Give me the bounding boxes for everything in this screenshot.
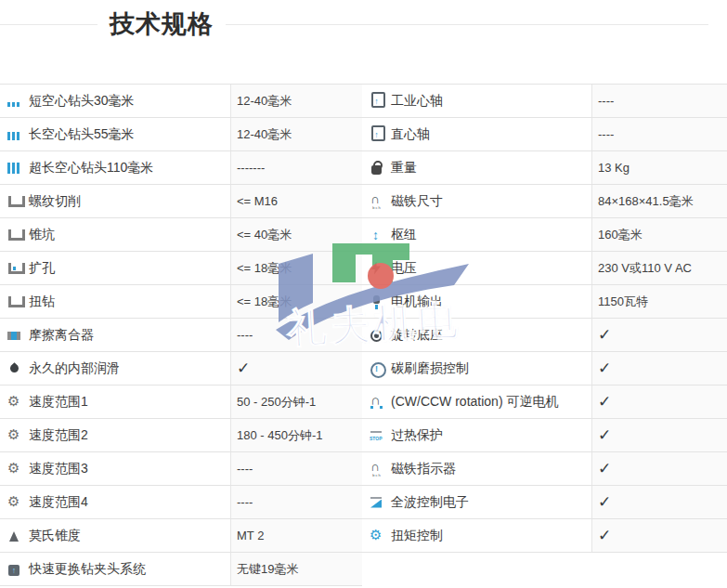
spec-row: 扭钻<= 18毫米: [0, 285, 362, 319]
spec-tables: 短空心钻头30毫米12-40毫米长空心钻头55毫米12-40毫米超长空心钻头11…: [0, 84, 727, 586]
spec-row: (CW/CCW rotation) 可逆电机✓: [362, 385, 727, 419]
spec-value: ----: [598, 94, 614, 108]
spec-row: 摩擦离合器----: [0, 319, 362, 352]
magnet-icon: [370, 194, 383, 209]
spec-row: 碳刷磨损控制✓: [362, 352, 727, 385]
spec-label: 摩擦离合器: [29, 327, 94, 344]
chuck-system-icon: [7, 562, 21, 577]
motor-output-icon: [370, 294, 383, 309]
spec-value: 180 - 450分钟-1: [237, 427, 323, 444]
spec-value: <= 18毫米: [237, 294, 292, 310]
straight-arbor-icon: [370, 127, 383, 142]
spec-value-cell: ✓: [591, 452, 727, 485]
spec-value-checkmark: ✓: [598, 459, 611, 478]
spec-label: 工业心轴: [391, 93, 443, 110]
spec-value-checkmark: ✓: [237, 359, 250, 378]
spec-label-cell: 电压: [362, 252, 591, 284]
spec-value-cell: ----: [230, 452, 362, 485]
spec-row: 电机输出1150瓦特: [362, 285, 727, 319]
spec-label-cell: 全波控制电子: [362, 486, 591, 518]
spec-label: 速度范围3: [29, 461, 88, 477]
spec-label: 电机输出: [391, 294, 443, 310]
spec-label: 扭钻: [29, 294, 55, 310]
spec-label-cell: 速度范围1: [0, 385, 230, 418]
spec-label: 长空心钻头55毫米: [29, 126, 135, 143]
spec-row: 重量13 Kg: [362, 151, 727, 185]
spec-value-cell: 160毫米: [591, 218, 727, 251]
header-rule-left: [0, 24, 97, 25]
spec-label: 超长空心钻头110毫米: [29, 160, 153, 176]
weight-icon: [370, 161, 383, 176]
spec-label: 快速更换钻夹头系统: [29, 561, 146, 578]
spec-label-cell: 直心轴: [362, 118, 591, 150]
magnet-indicator-icon: [370, 462, 383, 477]
brush-wear-icon: [370, 361, 383, 376]
spec-row: 速度范围2180 - 450分钟-1: [0, 419, 362, 452]
spec-value: 无键19毫米: [237, 561, 298, 578]
spec-value-cell: ----: [230, 486, 362, 518]
spec-label-cell: 过热保护: [362, 419, 591, 451]
spec-value-cell: 1150瓦特: [591, 285, 727, 318]
spec-label: 速度范围2: [29, 427, 88, 444]
spec-value-cell: ✓: [591, 486, 727, 518]
spec-value-cell: ✓: [591, 519, 727, 552]
spec-label-cell: 旋转底座: [362, 319, 591, 351]
spec-label: 速度范围1: [29, 394, 88, 411]
spec-label: 过热保护: [391, 427, 443, 444]
spec-label: 速度范围4: [29, 494, 88, 511]
spec-value-cell: 84×168×41.5毫米: [591, 185, 727, 217]
spec-label: 锥坑: [29, 227, 55, 243]
spec-value-cell: MT 2: [230, 519, 362, 552]
spec-row: 电压230 V或110 V AC: [362, 252, 727, 285]
right-spec-table: 工业心轴----直心轴----重量13 Kg磁铁尺寸84×168×41.5毫米枢…: [362, 84, 727, 553]
spec-value: <= 40毫米: [237, 227, 292, 243]
spec-label: 全波控制电子: [391, 494, 469, 511]
short-core-bits-icon: [7, 94, 21, 109]
friction-clutch-icon: [7, 328, 21, 343]
spec-page: 技术规格 短空心钻头30毫米12-40毫米长空心钻头55毫米12-40毫米超长空…: [0, 0, 727, 588]
thread-cutting-icon: [7, 194, 21, 209]
overheat-protection-icon: [370, 428, 383, 443]
spec-row: 速度范围4----: [0, 486, 362, 519]
spec-label-cell: 永久的内部润滑: [0, 352, 230, 385]
spec-value-cell: 12-40毫米: [230, 85, 362, 117]
full-wave-icon: [370, 495, 383, 510]
spec-value: 50 - 250分钟-1: [237, 394, 316, 411]
gear-icon: [7, 495, 21, 510]
spec-label: (CW/CCW rotation) 可逆电机: [391, 394, 558, 411]
spec-label-cell: 快速更换钻夹头系统: [0, 553, 230, 585]
spec-label-cell: 速度范围4: [0, 486, 230, 518]
spec-row: 过热保护✓: [362, 419, 727, 452]
spec-value-cell: ----: [591, 85, 727, 117]
spec-label-cell: 短空心钻头30毫米: [0, 85, 230, 117]
spec-row: 全波控制电子✓: [362, 486, 727, 519]
long-core-bits-icon: [7, 127, 21, 142]
spec-value: MT 2: [237, 529, 264, 542]
spec-row: 磁铁尺寸84×168×41.5毫米: [362, 185, 727, 218]
spec-row: 短空心钻头30毫米12-40毫米: [0, 85, 362, 118]
spec-label: 扭矩控制: [391, 528, 443, 544]
spec-value-cell: -------: [230, 151, 362, 184]
spec-label-cell: 超长空心钻头110毫米: [0, 151, 230, 184]
morse-taper-icon: [7, 529, 21, 543]
spec-value-cell: ----: [230, 319, 362, 351]
reversible-motor-icon: [370, 395, 383, 410]
spec-value-cell: ✓: [591, 319, 727, 351]
stroke-icon: [370, 228, 383, 242]
spec-value: -------: [237, 161, 265, 175]
spec-value-cell: <= M16: [230, 185, 362, 217]
spec-value-checkmark: ✓: [598, 492, 611, 512]
spec-value: ----: [598, 127, 614, 141]
torque-control-icon: [370, 529, 383, 543]
spec-row: 工业心轴----: [362, 85, 727, 118]
spec-row: 莫氏锥度MT 2: [0, 519, 362, 553]
spec-row: 旋转底座✓: [362, 319, 727, 352]
section-header: 技术规格: [0, 0, 727, 48]
spec-label: 短空心钻头30毫米: [29, 93, 135, 110]
spec-label: 碳刷磨损控制: [391, 360, 469, 377]
spec-label-cell: 碳刷磨损控制: [362, 352, 591, 385]
spec-label-cell: 摩擦离合器: [0, 319, 230, 351]
spec-value-cell: 12-40毫米: [230, 118, 362, 150]
spec-label-cell: 扩孔: [0, 252, 230, 284]
xlong-core-bits-icon: [7, 161, 21, 176]
